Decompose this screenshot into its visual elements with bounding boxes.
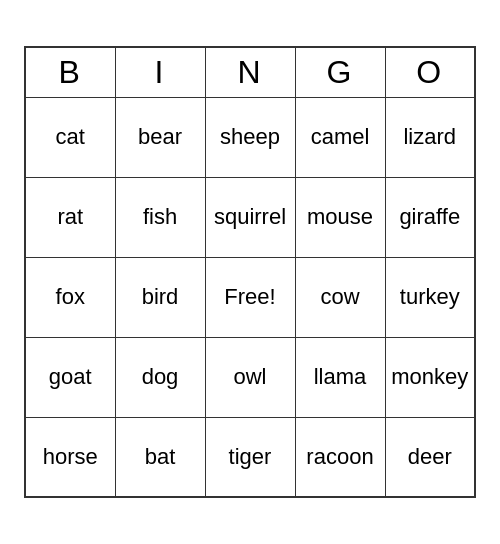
bingo-row-1: ratfishsquirrelmousegiraffe bbox=[25, 177, 475, 257]
bingo-cell-3-3: llama bbox=[295, 337, 385, 417]
bingo-cell-4-2: tiger bbox=[205, 417, 295, 497]
bingo-cell-0-2: sheep bbox=[205, 97, 295, 177]
bingo-cell-1-3: mouse bbox=[295, 177, 385, 257]
bingo-cell-3-0: goat bbox=[25, 337, 115, 417]
bingo-row-0: catbearsheepcamellizard bbox=[25, 97, 475, 177]
bingo-row-3: goatdogowlllamamonkey bbox=[25, 337, 475, 417]
header-B: B bbox=[25, 47, 115, 97]
bingo-cell-1-0: rat bbox=[25, 177, 115, 257]
header-O: O bbox=[385, 47, 475, 97]
bingo-cell-0-0: cat bbox=[25, 97, 115, 177]
bingo-cell-4-4: deer bbox=[385, 417, 475, 497]
bingo-cell-2-1: bird bbox=[115, 257, 205, 337]
bingo-cell-1-2: squirrel bbox=[205, 177, 295, 257]
bingo-cell-1-1: fish bbox=[115, 177, 205, 257]
header-G: G bbox=[295, 47, 385, 97]
bingo-cell-0-3: camel bbox=[295, 97, 385, 177]
header-I: I bbox=[115, 47, 205, 97]
bingo-cell-2-0: fox bbox=[25, 257, 115, 337]
bingo-header-row: BINGO bbox=[25, 47, 475, 97]
bingo-row-2: foxbirdFree!cowturkey bbox=[25, 257, 475, 337]
bingo-cell-4-3: racoon bbox=[295, 417, 385, 497]
bingo-cell-2-3: cow bbox=[295, 257, 385, 337]
header-N: N bbox=[205, 47, 295, 97]
bingo-cell-4-1: bat bbox=[115, 417, 205, 497]
bingo-container: BINGO catbearsheepcamellizardratfishsqui… bbox=[14, 36, 486, 508]
bingo-row-4: horsebattigerracoondeer bbox=[25, 417, 475, 497]
bingo-cell-3-1: dog bbox=[115, 337, 205, 417]
bingo-cell-0-4: lizard bbox=[385, 97, 475, 177]
bingo-table: BINGO catbearsheepcamellizardratfishsqui… bbox=[24, 46, 476, 498]
bingo-cell-4-0: horse bbox=[25, 417, 115, 497]
bingo-cell-3-2: owl bbox=[205, 337, 295, 417]
bingo-cell-2-4: turkey bbox=[385, 257, 475, 337]
bingo-cell-0-1: bear bbox=[115, 97, 205, 177]
bingo-cell-1-4: giraffe bbox=[385, 177, 475, 257]
bingo-cell-2-2: Free! bbox=[205, 257, 295, 337]
bingo-cell-3-4: monkey bbox=[385, 337, 475, 417]
